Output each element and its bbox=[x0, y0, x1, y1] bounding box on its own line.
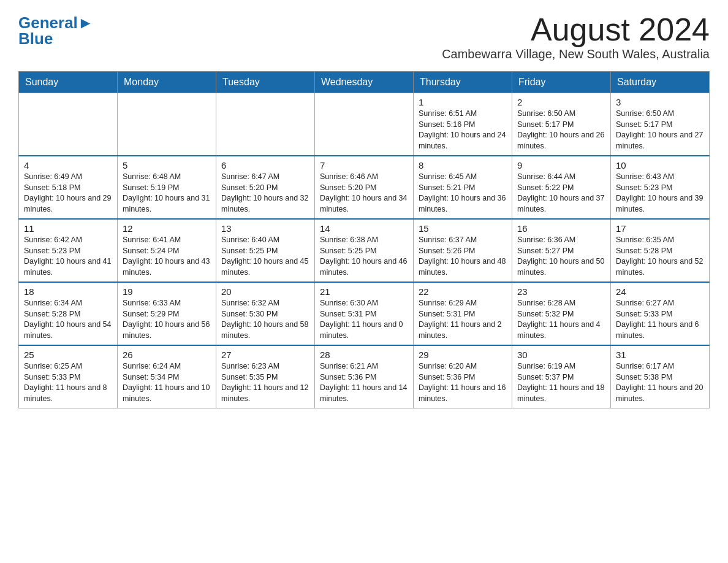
day-info: Sunrise: 6:47 AMSunset: 5:20 PMDaylight:… bbox=[221, 172, 309, 215]
calendar-cell: 19Sunrise: 6:33 AMSunset: 5:29 PMDayligh… bbox=[118, 282, 216, 345]
day-info: Sunrise: 6:41 AMSunset: 5:24 PMDaylight:… bbox=[123, 235, 211, 278]
calendar-header-friday: Friday bbox=[512, 72, 611, 93]
calendar-cell: 7Sunrise: 6:46 AMSunset: 5:20 PMDaylight… bbox=[315, 156, 414, 219]
day-info: Sunrise: 6:35 AMSunset: 5:28 PMDaylight:… bbox=[616, 235, 704, 278]
calendar-cell: 9Sunrise: 6:44 AMSunset: 5:22 PMDaylight… bbox=[512, 156, 611, 219]
calendar-cell: 30Sunrise: 6:19 AMSunset: 5:37 PMDayligh… bbox=[512, 345, 611, 408]
day-number: 27 bbox=[221, 350, 309, 360]
calendar-cell: 25Sunrise: 6:25 AMSunset: 5:33 PMDayligh… bbox=[19, 345, 118, 408]
calendar-cell: 18Sunrise: 6:34 AMSunset: 5:28 PMDayligh… bbox=[19, 282, 118, 345]
calendar-cell: 23Sunrise: 6:28 AMSunset: 5:32 PMDayligh… bbox=[512, 282, 611, 345]
day-number: 4 bbox=[24, 160, 112, 170]
day-info: Sunrise: 6:23 AMSunset: 5:35 PMDaylight:… bbox=[221, 361, 309, 404]
day-info: Sunrise: 6:42 AMSunset: 5:23 PMDaylight:… bbox=[24, 235, 112, 278]
calendar-cell: 21Sunrise: 6:30 AMSunset: 5:31 PMDayligh… bbox=[315, 282, 414, 345]
calendar-cell: 1Sunrise: 6:51 AMSunset: 5:16 PMDaylight… bbox=[414, 93, 512, 156]
calendar-cell: 16Sunrise: 6:36 AMSunset: 5:27 PMDayligh… bbox=[512, 219, 611, 282]
day-number: 19 bbox=[123, 286, 211, 297]
calendar-cell: 31Sunrise: 6:17 AMSunset: 5:38 PMDayligh… bbox=[611, 345, 710, 408]
day-number: 1 bbox=[419, 97, 507, 107]
day-info: Sunrise: 6:49 AMSunset: 5:18 PMDaylight:… bbox=[24, 172, 112, 215]
day-number: 31 bbox=[616, 350, 704, 360]
day-number: 22 bbox=[419, 286, 507, 297]
logo: General► Blue bbox=[18, 12, 94, 47]
day-info: Sunrise: 6:32 AMSunset: 5:30 PMDaylight:… bbox=[221, 298, 309, 341]
calendar-header-monday: Monday bbox=[118, 72, 216, 93]
day-number: 5 bbox=[123, 160, 211, 170]
day-number: 17 bbox=[616, 223, 704, 234]
day-number: 18 bbox=[24, 286, 112, 297]
day-number: 13 bbox=[221, 223, 309, 234]
day-number: 10 bbox=[616, 160, 704, 170]
day-number: 16 bbox=[517, 223, 605, 234]
day-info: Sunrise: 6:33 AMSunset: 5:29 PMDaylight:… bbox=[123, 298, 211, 341]
location-title: Cambewarra Village, New South Wales, Aus… bbox=[442, 47, 710, 61]
day-number: 11 bbox=[24, 223, 112, 234]
calendar-week-row: 11Sunrise: 6:42 AMSunset: 5:23 PMDayligh… bbox=[19, 219, 710, 282]
day-info: Sunrise: 6:48 AMSunset: 5:19 PMDaylight:… bbox=[123, 172, 211, 215]
day-info: Sunrise: 6:17 AMSunset: 5:38 PMDaylight:… bbox=[616, 361, 704, 404]
day-number: 2 bbox=[517, 97, 605, 107]
calendar-cell: 12Sunrise: 6:41 AMSunset: 5:24 PMDayligh… bbox=[118, 219, 216, 282]
calendar-week-row: 1Sunrise: 6:51 AMSunset: 5:16 PMDaylight… bbox=[19, 93, 710, 156]
calendar-cell: 5Sunrise: 6:48 AMSunset: 5:19 PMDaylight… bbox=[118, 156, 216, 219]
day-info: Sunrise: 6:50 AMSunset: 5:17 PMDaylight:… bbox=[517, 109, 605, 151]
calendar-cell bbox=[19, 93, 118, 156]
day-info: Sunrise: 6:38 AMSunset: 5:25 PMDaylight:… bbox=[320, 235, 408, 278]
day-info: Sunrise: 6:40 AMSunset: 5:25 PMDaylight:… bbox=[221, 235, 309, 278]
calendar-header-sunday: Sunday bbox=[19, 72, 118, 93]
day-info: Sunrise: 6:30 AMSunset: 5:31 PMDaylight:… bbox=[320, 298, 408, 341]
day-number: 8 bbox=[419, 160, 507, 170]
title-block: August 2024 Cambewarra Village, New Sout… bbox=[442, 12, 710, 67]
calendar-cell: 3Sunrise: 6:50 AMSunset: 5:17 PMDaylight… bbox=[611, 93, 710, 156]
day-info: Sunrise: 6:21 AMSunset: 5:36 PMDaylight:… bbox=[320, 361, 408, 404]
calendar-header-wednesday: Wednesday bbox=[315, 72, 414, 93]
day-info: Sunrise: 6:25 AMSunset: 5:33 PMDaylight:… bbox=[24, 361, 112, 404]
day-info: Sunrise: 6:20 AMSunset: 5:36 PMDaylight:… bbox=[419, 361, 507, 404]
calendar-cell: 29Sunrise: 6:20 AMSunset: 5:36 PMDayligh… bbox=[414, 345, 512, 408]
day-number: 6 bbox=[221, 160, 309, 170]
day-number: 20 bbox=[221, 286, 309, 297]
calendar-cell: 20Sunrise: 6:32 AMSunset: 5:30 PMDayligh… bbox=[216, 282, 315, 345]
calendar-cell: 24Sunrise: 6:27 AMSunset: 5:33 PMDayligh… bbox=[611, 282, 710, 345]
day-number: 25 bbox=[24, 350, 112, 360]
logo-general-text: General► bbox=[18, 15, 94, 31]
day-info: Sunrise: 6:45 AMSunset: 5:21 PMDaylight:… bbox=[419, 172, 507, 215]
day-info: Sunrise: 6:34 AMSunset: 5:28 PMDaylight:… bbox=[24, 298, 112, 341]
day-number: 23 bbox=[517, 286, 605, 297]
day-number: 15 bbox=[419, 223, 507, 234]
logo-blue-text: Blue bbox=[18, 31, 53, 47]
day-number: 21 bbox=[320, 286, 408, 297]
calendar-cell: 14Sunrise: 6:38 AMSunset: 5:25 PMDayligh… bbox=[315, 219, 414, 282]
day-info: Sunrise: 6:29 AMSunset: 5:31 PMDaylight:… bbox=[419, 298, 507, 341]
day-number: 28 bbox=[320, 350, 408, 360]
page-header: General► Blue August 2024 Cambewarra Vil… bbox=[18, 12, 710, 67]
calendar-cell bbox=[315, 93, 414, 156]
calendar-header-thursday: Thursday bbox=[414, 72, 512, 93]
day-number: 30 bbox=[517, 350, 605, 360]
calendar-cell: 26Sunrise: 6:24 AMSunset: 5:34 PMDayligh… bbox=[118, 345, 216, 408]
day-info: Sunrise: 6:44 AMSunset: 5:22 PMDaylight:… bbox=[517, 172, 605, 215]
calendar-cell: 27Sunrise: 6:23 AMSunset: 5:35 PMDayligh… bbox=[216, 345, 315, 408]
day-number: 3 bbox=[616, 97, 704, 107]
month-title: August 2024 bbox=[442, 12, 710, 47]
day-info: Sunrise: 6:27 AMSunset: 5:33 PMDaylight:… bbox=[616, 298, 704, 341]
day-number: 24 bbox=[616, 286, 704, 297]
calendar-cell: 22Sunrise: 6:29 AMSunset: 5:31 PMDayligh… bbox=[414, 282, 512, 345]
day-info: Sunrise: 6:50 AMSunset: 5:17 PMDaylight:… bbox=[616, 109, 704, 151]
day-number: 14 bbox=[320, 223, 408, 234]
calendar-week-row: 18Sunrise: 6:34 AMSunset: 5:28 PMDayligh… bbox=[19, 282, 710, 345]
day-info: Sunrise: 6:46 AMSunset: 5:20 PMDaylight:… bbox=[320, 172, 408, 215]
calendar-header-saturday: Saturday bbox=[611, 72, 710, 93]
calendar-cell: 8Sunrise: 6:45 AMSunset: 5:21 PMDaylight… bbox=[414, 156, 512, 219]
day-number: 7 bbox=[320, 160, 408, 170]
calendar-cell bbox=[216, 93, 315, 156]
day-number: 9 bbox=[517, 160, 605, 170]
calendar-cell: 4Sunrise: 6:49 AMSunset: 5:18 PMDaylight… bbox=[19, 156, 118, 219]
calendar-cell: 28Sunrise: 6:21 AMSunset: 5:36 PMDayligh… bbox=[315, 345, 414, 408]
calendar-table: SundayMondayTuesdayWednesdayThursdayFrid… bbox=[18, 71, 710, 408]
day-info: Sunrise: 6:37 AMSunset: 5:26 PMDaylight:… bbox=[419, 235, 507, 278]
calendar-week-row: 4Sunrise: 6:49 AMSunset: 5:18 PMDaylight… bbox=[19, 156, 710, 219]
calendar-cell bbox=[118, 93, 216, 156]
day-info: Sunrise: 6:43 AMSunset: 5:23 PMDaylight:… bbox=[616, 172, 704, 215]
